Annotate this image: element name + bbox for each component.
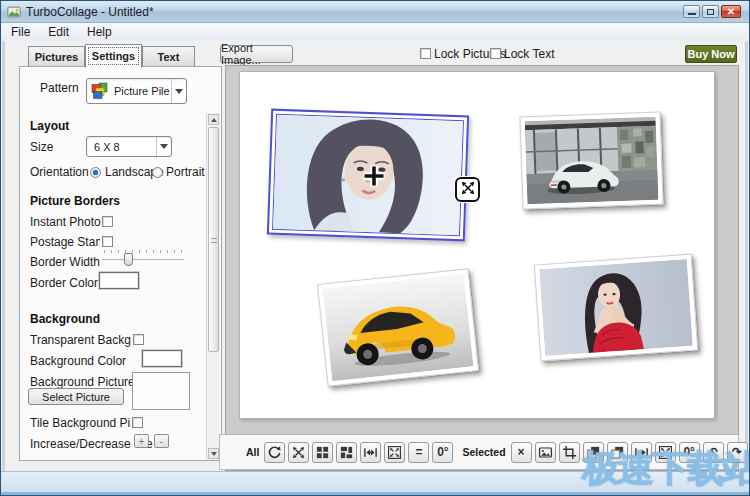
equal-size-button[interactable]: =	[408, 442, 429, 463]
scatter-all-button[interactable]	[288, 442, 309, 463]
landscape-radio[interactable]	[90, 167, 101, 178]
select-picture-button[interactable]: Select Picture	[28, 388, 124, 405]
size-value: 6 X 8	[94, 141, 120, 153]
border-width-slider[interactable]	[102, 250, 184, 268]
delete-selected-button[interactable]: ×	[511, 442, 532, 463]
zero-rotation-all-button[interactable]: 0°	[432, 442, 453, 463]
border-color-swatch[interactable]	[99, 272, 139, 289]
tile-background-checkbox[interactable]	[132, 417, 143, 428]
size-dropdown[interactable]: 6 X 8	[86, 136, 172, 157]
maximize-button[interactable]	[702, 5, 719, 18]
all-button-group: =0°	[264, 442, 453, 463]
mosaic-grid-button[interactable]	[336, 442, 357, 463]
selected-group-label: Selected	[462, 446, 505, 458]
portrait-label: Portrait	[166, 165, 205, 179]
orientation-label: Orientation	[30, 165, 89, 179]
tab-settings[interactable]: Settings	[85, 44, 142, 68]
photo-yellow-car-image	[323, 274, 474, 381]
background-color-label: Background Color	[30, 354, 126, 368]
chevron-down-icon	[175, 89, 183, 94]
arrow-up-icon	[211, 118, 217, 122]
photo-white-car[interactable]	[519, 112, 663, 210]
postage-stamp-checkbox[interactable]	[102, 236, 113, 247]
pattern-label: Pattern	[40, 81, 79, 95]
slider-ticks	[104, 250, 182, 253]
picture-pile-icon	[91, 82, 109, 100]
fit-all-button[interactable]	[360, 442, 381, 463]
photo-white-car-image	[525, 117, 659, 205]
site-watermark: 极速下载站	[582, 444, 750, 494]
maximize-icon	[707, 9, 714, 15]
menu-help[interactable]: Help	[78, 24, 121, 40]
move-handle[interactable]	[455, 177, 480, 202]
move-icon	[460, 180, 476, 200]
pattern-value: Picture Pile	[114, 85, 170, 97]
fill-all-button[interactable]	[384, 442, 405, 463]
border-color-label: Border Color	[30, 276, 98, 290]
scroll-up-button[interactable]	[208, 114, 219, 125]
slider-thumb[interactable]	[124, 253, 133, 266]
photo-yellow-car[interactable]	[317, 268, 479, 386]
background-color-swatch[interactable]	[142, 350, 182, 367]
portrait-radio[interactable]	[152, 167, 163, 178]
window-title: TurboCollage - Untitled*	[26, 5, 154, 19]
tile-background-label: Tile Background Picture	[30, 416, 130, 430]
menu-edit[interactable]: Edit	[39, 24, 78, 40]
scrollbar-thumb[interactable]	[208, 127, 219, 352]
instant-photo-checkbox[interactable]	[102, 216, 113, 227]
scroll-down-button[interactable]	[208, 448, 219, 459]
minimize-icon	[688, 13, 696, 15]
lock-pictures-checkbox[interactable]	[420, 48, 431, 59]
tile-decrease-button[interactable]: -	[154, 434, 169, 448]
crosshair-cursor	[361, 163, 387, 189]
app-icon	[7, 5, 21, 19]
slider-track	[102, 259, 184, 261]
picture-borders-header: Picture Borders	[30, 194, 120, 208]
app-window: TurboCollage - Untitled* ✕ File Edit Hel…	[0, 0, 750, 496]
close-button[interactable]: ✕	[721, 5, 741, 18]
scrollbar-grip	[211, 238, 217, 243]
layout-header: Layout	[30, 119, 69, 133]
lock-text-checkbox[interactable]	[490, 48, 501, 59]
size-label: Size	[30, 140, 53, 154]
close-icon: ✕	[727, 6, 735, 17]
menu-bar: File Edit Help	[2, 23, 746, 41]
background-header: Background	[30, 312, 100, 326]
title-bar[interactable]: TurboCollage - Untitled* ✕	[1, 1, 749, 23]
rearrange-all-button[interactable]	[264, 442, 285, 463]
transparent-background-checkbox[interactable]	[133, 334, 144, 345]
tab-pictures[interactable]: Pictures	[28, 46, 85, 67]
instant-photo-label: Instant Photo	[30, 215, 101, 229]
photo-red-dress[interactable]	[534, 254, 698, 362]
pattern-dropdown[interactable]: Picture Pile	[86, 78, 187, 104]
crop-selected-button[interactable]	[559, 442, 580, 463]
settings-panel: Pattern Picture Pile Layout Size 6 X 8 O…	[19, 66, 222, 461]
sidebar-scrollbar[interactable]	[206, 113, 220, 460]
lock-text-label: Lock Text	[504, 47, 554, 61]
background-picture-label: Background Picture	[30, 375, 135, 389]
menu-file[interactable]: File	[2, 24, 39, 40]
chevron-down-icon	[160, 144, 168, 149]
tab-text[interactable]: Text	[142, 46, 195, 67]
border-width-label: Border Width	[30, 255, 100, 269]
frame-left	[2, 41, 5, 471]
frame-right	[745, 41, 748, 471]
buy-now-button[interactable]: Buy Now	[685, 45, 737, 63]
minimize-button[interactable]	[683, 5, 700, 18]
change-picture-button[interactable]	[535, 442, 556, 463]
transparent-background-label: Transparent Background	[30, 333, 131, 347]
arrow-down-icon	[211, 452, 217, 456]
tile-increase-button[interactable]: +	[134, 434, 149, 448]
export-image-button[interactable]: Export Image...	[220, 45, 293, 63]
postage-stamp-label: Postage Stamp	[30, 235, 100, 249]
all-group-label: All	[246, 446, 259, 458]
photo-red-dress-image	[539, 259, 693, 356]
equal-grid-button[interactable]	[312, 442, 333, 463]
background-picture-preview	[132, 372, 190, 410]
